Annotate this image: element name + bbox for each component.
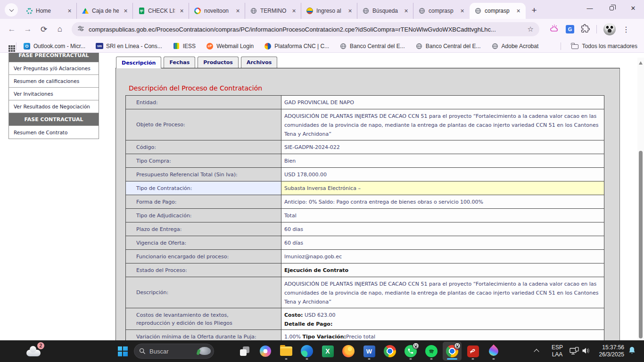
task-view-icon [240,346,249,356]
bookmark-iess[interactable]: IESS [173,42,196,50]
site-info-icon[interactable] [77,25,84,34]
chrome-active-button[interactable] [443,342,462,361]
profile-avatar[interactable] [603,23,616,35]
sidebar-item-invitaciones[interactable]: Ver Invitaciones [9,88,99,100]
tab-close-icon[interactable]: × [346,7,354,15]
chrome-button[interactable] [380,342,399,361]
tab-label: Ingreso al [316,8,343,14]
all-bookmarks[interactable]: Todos los marcadores [561,42,637,50]
bookmark-cnc[interactable]: Plataforma CNC | C... [264,42,329,50]
browser-menu-icon[interactable]: ⋮ [622,25,630,34]
search-highlight-image [198,347,211,355]
url-bar[interactable]: compraspublicas.gob.ec/ProcesoContrataci… [72,22,539,36]
bookmark-sri[interactable]: SRI SRI en Línea - Cons... [96,42,162,50]
clock[interactable]: 15:37:56 26/3/2025 [589,344,624,358]
tab-comprasp-active[interactable]: comprasp × [470,3,526,19]
new-tab-button[interactable]: + [528,4,541,17]
scroll-up-arrow[interactable] [639,61,643,65]
excel-button[interactable]: X [318,342,337,361]
row-label: Variación mínima de la Oferta durante la… [126,330,281,340]
row-estado: Estado del Proceso: Ejecución de Contrat… [126,263,604,277]
spotify-button[interactable] [422,342,441,361]
tab-ingreso[interactable]: Ingreso al × [301,3,357,19]
globe-icon [362,7,370,15]
sidebar-item-contrato[interactable]: Resumen de Contrato [9,126,99,139]
bookmark-banco-central-1[interactable]: Banco Central del E... [339,42,405,50]
taskbar-search[interactable]: Buscar [134,344,214,359]
restore-button[interactable] [601,0,622,16]
row-label: Presupuesto Referencial Total (Sin Iva): [126,168,281,181]
sidebar-item-negociacion[interactable]: Ver Resultados de Negociación [9,100,99,113]
edge-button[interactable] [297,342,316,361]
weather-widget[interactable]: 2 [26,345,43,357]
row-adjudicacion: Tipo de Adjudicación: Total [126,209,604,222]
tab-productos[interactable]: Productos [198,57,239,68]
tab-home[interactable]: Home × [21,3,77,19]
tab-archivos[interactable]: Archivos [241,57,277,68]
bookmark-outlook[interactable]: O Outlook.com - Micr... [23,42,85,50]
row-entidad: Entidad: GAD PROVINCIAL DE NAPO [126,96,604,109]
start-button[interactable] [113,342,132,361]
bookmark-adobe[interactable]: Adobe Acrobat [491,42,539,50]
tab-close-icon[interactable]: × [66,7,74,15]
copilot-button[interactable] [256,342,275,361]
tab-comprasp-1[interactable]: comprasp × [413,3,470,19]
taskbar: 2 Buscar X W [0,340,644,362]
edge-icon [301,345,313,357]
tab-close-icon[interactable]: × [402,7,410,15]
tab-busqueda[interactable]: Búsqueda × [357,3,413,19]
tab-descripcion[interactable]: Descripción [116,57,161,68]
tab-caja[interactable]: Caja de he × [77,3,133,19]
back-button[interactable]: ← [4,25,20,34]
network-icon[interactable] [570,347,579,357]
tray-chevron-up-icon[interactable] [534,349,539,354]
minimize-button[interactable]: — [579,0,601,16]
apps-grid-icon[interactable] [8,45,10,47]
forward-button[interactable]: → [20,25,36,34]
close-button[interactable]: ✕ [622,0,644,16]
sidebar-item-preguntas[interactable]: Ver Preguntas y/ó Aclaraciones [9,62,99,75]
tab-noveltoon[interactable]: noveltoon × [189,3,245,19]
file-explorer-button[interactable] [277,342,296,361]
weather-extension-icon[interactable] [550,25,559,34]
acrobat-icon [467,346,479,357]
bookmark-banco-central-2[interactable]: Banco Central del E... [415,42,481,50]
row-value: Total [281,209,604,222]
tab-label: Home [36,8,63,14]
tab-search-button[interactable] [5,3,18,16]
bookmark-star-icon[interactable]: ☆ [528,25,534,33]
row-plazo: Plazo de Entrega: 60 dias [126,222,604,236]
scrollbar-thumb[interactable] [639,151,643,338]
cloud-icon [26,350,41,356]
reload-button[interactable]: ⟳ [36,25,52,34]
language-indicator[interactable]: ESP LAA [547,344,568,358]
url-text[interactable]: compraspublicas.gob.ec/ProcesoContrataci… [89,26,523,33]
word-button[interactable]: W [360,342,379,361]
tab-close-icon[interactable]: × [234,7,242,15]
tab-checklist[interactable]: CHECK LIS × [133,3,189,19]
tab-termino[interactable]: TERMINO × [245,3,301,19]
task-view-button[interactable] [235,342,254,361]
translate-icon[interactable]: G [566,25,574,33]
whatsapp-button[interactable] [401,342,420,361]
row-label: Forma de Pago: [126,195,281,208]
home-button[interactable]: ⌂ [52,25,68,34]
row-vigencia: Vigencia de Oferta: 60 días [126,236,604,250]
sidebar-item-calificaciones[interactable]: Resumen de calificaciones [9,75,99,88]
tab-close-icon[interactable]: × [290,7,298,15]
notification-bell-icon[interactable] [628,346,636,357]
profile-badge [454,343,461,349]
page-scrollbar[interactable] [637,58,644,340]
acrobat-button[interactable] [463,342,482,361]
tab-close-icon[interactable]: × [514,7,522,15]
tab-close-icon[interactable]: × [178,7,186,15]
row-tipo-contratacion: Tipo de Contratación: Subasta Inversa El… [126,181,604,195]
bookmark-webmail[interactable]: cP Webmail Login [206,42,254,50]
tab-close-icon[interactable]: × [458,7,466,15]
firefox-button[interactable] [339,342,358,361]
paint-drop-button[interactable] [484,342,503,361]
tab-close-icon[interactable]: × [122,7,130,15]
extensions-puzzle-icon[interactable] [581,24,590,35]
row-variacion: Variación mínima de la Oferta durante la… [126,330,604,340]
tab-fechas[interactable]: Fechas [164,57,195,68]
